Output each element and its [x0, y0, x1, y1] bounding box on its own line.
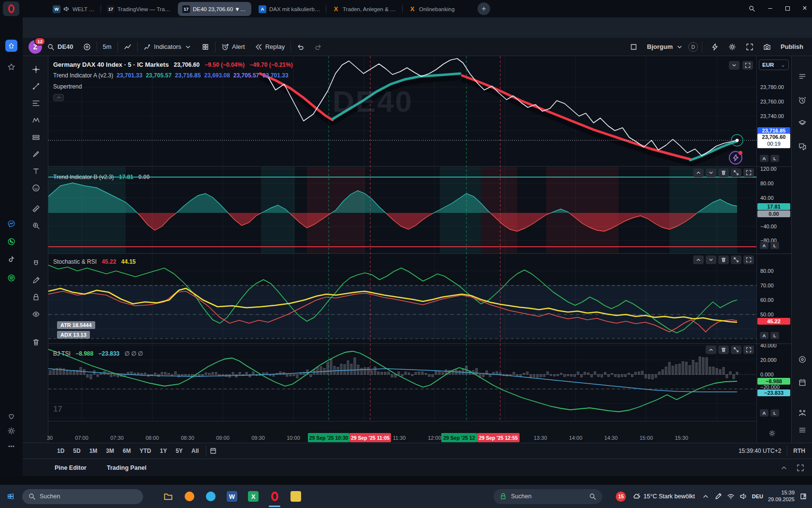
stochastic-legend[interactable]: Stochastic & RSI 45.22 44.15 [53, 258, 136, 265]
chart-settings-button[interactable] [724, 40, 741, 54]
user-badge[interactable]: D [688, 42, 698, 52]
indicators-button[interactable]: Indicators [139, 40, 197, 54]
sidebar-star-icon[interactable] [5, 61, 17, 73]
currency-dropdown[interactable]: EUR⌄ [759, 60, 789, 70]
layout-select-button[interactable] [625, 40, 642, 54]
calendar-icon[interactable] [796, 376, 809, 389]
panel-collapse-icon[interactable] [780, 464, 788, 472]
browser-tab-5[interactable]: XTraden, Anlegen & Sparen [328, 2, 401, 16]
tool-text-icon[interactable] [29, 164, 42, 177]
tool-magnet-icon[interactable] [29, 257, 42, 269]
maximize-button[interactable] [779, 0, 796, 16]
range-all-button[interactable]: All [187, 446, 203, 456]
watchlist-icon[interactable] [796, 71, 809, 83]
taskbar-app-opera[interactable] [264, 485, 285, 508]
news-badge[interactable]: 15 [616, 492, 626, 502]
browser-tab-4[interactable]: ADAX mit kalkulierbarem Ri [254, 2, 325, 16]
range-1m-button[interactable]: 1M [85, 446, 102, 456]
layers-icon[interactable] [796, 117, 809, 130]
browser-tab-3[interactable]: 17DE40 23,706.60 ▼ −0.21% [178, 2, 251, 16]
tool-brush-icon[interactable] [29, 148, 42, 160]
menu-lines-icon[interactable] [796, 424, 809, 436]
new-tab-button[interactable] [478, 2, 490, 15]
auto-scale-button[interactable]: A [760, 155, 768, 162]
auto-scale-button[interactable]: A [760, 332, 768, 339]
tray-expand-icon[interactable] [702, 493, 710, 500]
range-3m-button[interactable]: 3M [102, 446, 118, 456]
range-5y-button[interactable]: 5Y [171, 446, 187, 456]
tab-audio-icon[interactable] [63, 6, 70, 12]
browser-tab-1[interactable]: WWELT TV: Live-Stream [48, 2, 100, 16]
tool-lock-icon[interactable] [29, 291, 42, 303]
minimize-button[interactable] [762, 0, 778, 16]
pane-b-maximize-button[interactable] [743, 168, 754, 177]
pane-stoch-detach-button[interactable] [731, 255, 741, 264]
opera-menu-button[interactable] [3, 1, 19, 16]
tool-crosshair-icon[interactable] [29, 63, 42, 75]
pane-stoch-up-button[interactable] [693, 255, 704, 264]
auto-scale-button[interactable]: A [760, 409, 768, 417]
time-axis[interactable]: 3007:0007:3008:0008:3009:0009:3010:0011:… [48, 421, 756, 443]
snapshot-button[interactable] [758, 40, 776, 54]
pane-b-delete-button[interactable] [718, 168, 729, 177]
tsi-legend[interactable]: BJ TSI −8.988 −23.833 ∅ ∅ ∅ [53, 350, 143, 357]
taskbar-app-excel[interactable]: X [243, 485, 264, 508]
tool-pencil-icon[interactable] [29, 274, 42, 286]
community-icon[interactable] [796, 406, 809, 419]
panel-expand-icon[interactable] [797, 464, 804, 472]
clock-widget[interactable]: 15:39 29.09.2025 [768, 490, 795, 503]
sidebar-messenger-icon[interactable] [5, 218, 17, 230]
taskbar-app-firefox[interactable] [179, 485, 200, 508]
range-6m-button[interactable]: 6M [118, 446, 135, 456]
log-scale-button[interactable]: L [770, 409, 779, 417]
tab-pine-editor[interactable]: Pine Editor [55, 464, 87, 471]
taskbar-app-word[interactable]: W [221, 485, 243, 508]
clock-utc[interactable]: 15:39:40 UTC+2 [739, 448, 781, 454]
network-icon[interactable] [727, 493, 735, 500]
close-button[interactable]: × [797, 0, 812, 16]
pane-tsi-delete-button[interactable] [718, 345, 729, 354]
interval-button[interactable]: 5m [98, 40, 116, 54]
widget-search[interactable]: Suchen [493, 489, 602, 504]
avatar[interactable]: Z12 [29, 40, 42, 54]
tradingview-logo[interactable]: 17 [53, 403, 68, 414]
publish-button[interactable]: Publish [776, 40, 808, 54]
tool-xabcd-icon[interactable] [29, 114, 42, 126]
redo-button[interactable] [309, 40, 327, 54]
tool-position-icon[interactable] [29, 131, 42, 143]
replay-button[interactable]: Replay [250, 40, 290, 54]
notification-center-icon[interactable] [799, 493, 807, 500]
pane-b-down-button[interactable] [706, 168, 716, 177]
browser-tab-2[interactable]: 17TradingView — Track All M [102, 2, 175, 16]
range-5d-button[interactable]: 5D [69, 446, 85, 456]
taskbar-app-explorer[interactable] [158, 485, 179, 508]
session-label[interactable]: RTH [793, 448, 805, 454]
range-ytd-button[interactable]: YTD [135, 446, 156, 456]
pane-b-up-button[interactable] [693, 168, 704, 177]
symbol-search-button[interactable]: DE40 [42, 40, 78, 54]
pane-tsi-detach-button[interactable] [731, 345, 741, 354]
tool-smiley-icon[interactable] [29, 181, 42, 194]
sidebar-home-icon[interactable] [5, 40, 17, 52]
pen-tray-icon[interactable] [714, 493, 722, 500]
log-scale-button[interactable]: L [770, 332, 779, 339]
pane-tsi-maximize-button[interactable] [743, 345, 754, 354]
chart-area[interactable]: DE40 Germany DAX 40 Index · 5 · IC Marke… [48, 56, 756, 421]
start-button[interactable] [0, 485, 21, 508]
tab-search-button[interactable] [743, 0, 760, 16]
range-1d-button[interactable]: 1D [53, 446, 69, 456]
tab-trading-panel[interactable]: Trading Panel [107, 464, 146, 471]
alert-clock-icon[interactable] [796, 94, 809, 106]
legend-collapse-button[interactable] [53, 94, 64, 101]
indicator-a-legend[interactable]: Trend Indicator A (v2.3)23,701.3323,705.… [53, 72, 289, 79]
pane-tsi-up-button[interactable] [706, 345, 716, 354]
browser-tab-6[interactable]: XOnlinebanking [404, 2, 466, 16]
pane-stoch-delete-button[interactable] [718, 255, 729, 264]
axis-settings-icon[interactable] [768, 430, 776, 437]
alert-button[interactable]: Alert [217, 40, 250, 54]
layout-grid-button[interactable] [197, 40, 214, 54]
layout-name-button[interactable]: Bjorgum [642, 40, 688, 54]
sidebar-tiktok-icon[interactable] [5, 254, 17, 266]
quick-action-button[interactable] [706, 40, 724, 54]
weather-widget[interactable]: 15°C Stark bewölkt [633, 493, 695, 500]
